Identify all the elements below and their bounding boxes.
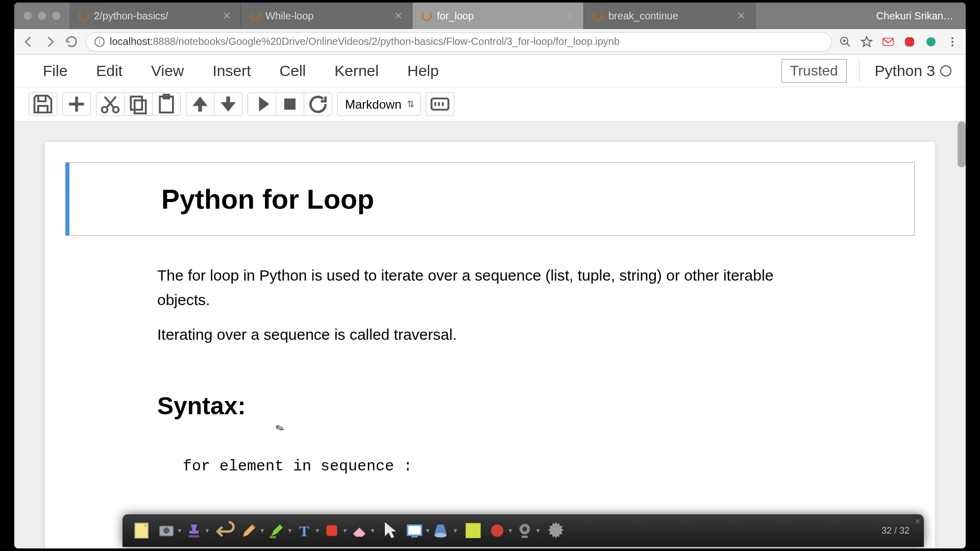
copy-button[interactable] xyxy=(124,92,153,116)
browser-tab[interactable]: for_loop ✕ xyxy=(412,3,584,29)
webcam-tool-icon[interactable]: ▼ xyxy=(516,519,541,542)
window-minimize-button[interactable] xyxy=(38,12,46,20)
svg-rect-19 xyxy=(270,536,276,539)
shape-tool-icon[interactable]: ▼ xyxy=(323,519,348,542)
scrollbar-thumb[interactable] xyxy=(958,121,966,167)
close-icon[interactable]: ✕ xyxy=(915,517,921,525)
cell-heading: Python for Loop xyxy=(161,183,822,215)
screenshot-tool-icon[interactable]: ▼ xyxy=(157,519,183,542)
back-button[interactable] xyxy=(21,35,36,49)
adblock-icon[interactable] xyxy=(903,36,916,48)
cell-type-select[interactable]: Markdown xyxy=(337,92,421,116)
notebook-cell[interactable]: The for loop in Python is used to iterat… xyxy=(65,251,915,359)
kernel-indicator[interactable]: Python 3 xyxy=(875,62,951,80)
svg-marker-2 xyxy=(905,37,914,46)
browser-tab[interactable]: While-loop ✕ xyxy=(241,3,412,29)
menu-insert[interactable]: Insert xyxy=(199,62,265,80)
browser-tab[interactable]: break_continue ✕ xyxy=(584,3,755,29)
svg-point-25 xyxy=(491,524,503,537)
window-maximize-button[interactable] xyxy=(52,12,60,20)
whiteboard-tool-icon[interactable]: ▼ xyxy=(405,519,431,542)
sticky-note-icon[interactable] xyxy=(460,519,486,542)
menu-view[interactable]: View xyxy=(137,62,198,80)
eraser-tool-icon[interactable]: ▼ xyxy=(350,519,376,542)
svg-point-3 xyxy=(926,37,936,46)
svg-point-23 xyxy=(434,533,447,538)
save-button[interactable] xyxy=(29,92,57,116)
record-tool-icon[interactable]: ▼ xyxy=(488,519,513,542)
menu-help[interactable]: Help xyxy=(393,62,453,80)
window-close-button[interactable] xyxy=(23,12,32,20)
highlighter-tool-icon[interactable]: ▼ xyxy=(267,519,293,542)
gmail-icon[interactable] xyxy=(882,36,894,48)
close-icon[interactable]: ✕ xyxy=(566,10,574,22)
svg-rect-1 xyxy=(883,38,893,45)
menu-edit[interactable]: Edit xyxy=(82,62,137,80)
svg-rect-10 xyxy=(135,101,146,114)
svg-point-4 xyxy=(951,37,953,39)
undo-tool-icon[interactable] xyxy=(212,519,238,542)
svg-rect-24 xyxy=(465,523,480,538)
restart-button[interactable] xyxy=(304,92,332,116)
svg-rect-18 xyxy=(189,535,200,538)
notebook-area[interactable]: Python for Loop The for loop in Python i… xyxy=(14,121,966,548)
menu-cell[interactable]: Cell xyxy=(265,62,321,80)
svg-point-17 xyxy=(163,528,169,534)
notebook-cell[interactable]: Python for Loop xyxy=(65,162,915,236)
tab-title: for_loop xyxy=(437,10,474,22)
close-icon[interactable]: ✕ xyxy=(394,10,403,22)
paste-button[interactable] xyxy=(152,92,181,116)
stop-button[interactable] xyxy=(276,92,304,116)
cell-paragraph: The for loop in Python is used to iterat… xyxy=(157,263,823,312)
jupyter-favicon xyxy=(422,11,432,21)
tab-title: While-loop xyxy=(265,10,313,22)
bookmark-star-icon[interactable] xyxy=(861,36,873,48)
browser-menu-icon[interactable] xyxy=(946,36,959,48)
svg-rect-9 xyxy=(131,96,142,110)
zoom-icon[interactable] xyxy=(839,36,851,48)
move-up-button[interactable] xyxy=(186,92,214,116)
spotlight-tool-icon[interactable]: ▼ xyxy=(433,519,458,542)
cell-paragraph: Iterating over a sequence is called trav… xyxy=(157,322,823,347)
cut-button[interactable] xyxy=(96,92,125,116)
divider xyxy=(859,60,860,82)
forward-button[interactable] xyxy=(43,35,57,49)
trusted-badge[interactable]: Trusted xyxy=(781,59,847,83)
close-icon[interactable]: ✕ xyxy=(737,10,746,22)
svg-rect-21 xyxy=(327,525,337,536)
reload-button[interactable] xyxy=(64,35,79,49)
jupyter-favicon xyxy=(250,11,260,21)
browser-tab[interactable]: 2/python-basics/ ✕ xyxy=(69,3,241,29)
svg-point-6 xyxy=(951,44,953,46)
menu-file[interactable]: File xyxy=(29,62,82,80)
svg-rect-22 xyxy=(408,525,422,535)
svg-point-5 xyxy=(951,41,953,43)
text-tool-icon[interactable]: T▼ xyxy=(295,519,321,542)
run-button[interactable] xyxy=(248,92,276,116)
svg-rect-13 xyxy=(284,98,296,110)
close-icon[interactable]: ✕ xyxy=(223,10,231,22)
settings-gear-icon[interactable] xyxy=(543,519,569,542)
svg-text:T: T xyxy=(299,522,309,540)
command-palette-button[interactable] xyxy=(426,92,454,116)
site-info-icon[interactable]: i xyxy=(94,37,105,47)
pointer-tool-icon[interactable] xyxy=(378,519,403,542)
move-down-button[interactable] xyxy=(214,92,242,116)
slide-counter: 32 / 32 xyxy=(874,525,917,536)
pencil-tool-icon[interactable]: ▼ xyxy=(240,519,265,542)
browser-tabs: 2/python-basics/ ✕ While-loop ✕ for_loop… xyxy=(69,3,864,29)
jupyter-favicon xyxy=(593,11,603,21)
stamp-tool-icon[interactable]: ▼ xyxy=(185,519,210,542)
add-cell-button[interactable] xyxy=(62,92,91,116)
svg-point-27 xyxy=(523,527,527,531)
note-tool-icon[interactable] xyxy=(130,519,155,542)
cell-heading: Syntax: xyxy=(157,392,823,420)
kernel-idle-icon xyxy=(940,65,951,77)
notebook-cell[interactable]: Syntax: xyxy=(65,374,915,422)
profile-label[interactable]: Chekuri Srikan… xyxy=(864,10,966,22)
address-bar[interactable]: i localhost:8888/notebooks/Google%20Driv… xyxy=(86,32,832,52)
annotation-toolbar[interactable]: ✕ ▼ ▼ ▼ ▼ T▼ ▼ ▼ ▼ ▼ ▼ ▼ 32 / 32 xyxy=(122,514,924,547)
extension-icon[interactable] xyxy=(925,36,937,48)
menu-kernel[interactable]: Kernel xyxy=(320,62,393,80)
jupyter-favicon xyxy=(79,11,89,21)
